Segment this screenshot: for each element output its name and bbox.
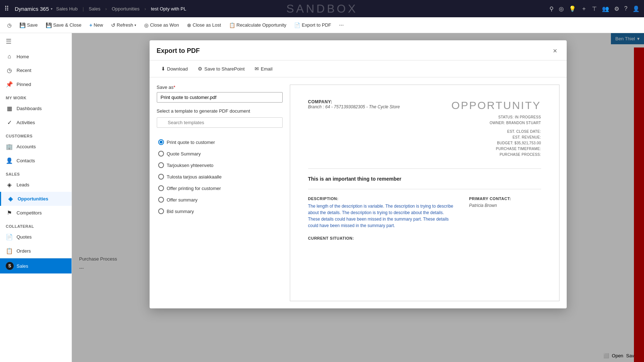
sidebar-item-recent[interactable]: ◷ Recent — [0, 63, 72, 77]
save-close-icon: 💾 — [46, 22, 52, 28]
template-item-3[interactable]: Tulosta tarjous asiakkaalle — [157, 171, 283, 182]
gear-icon[interactable]: ⚙ — [614, 5, 619, 12]
template-item-2[interactable]: Tarjouksen yhteenveto — [157, 159, 283, 171]
sidebar-item-opportunities[interactable]: ◈ Opportunities — [0, 192, 72, 206]
home-icon: ⌂ — [6, 53, 13, 60]
search-wrapper: 🔍 — [157, 117, 283, 132]
pdf-desc-text: The length of the description is variabl… — [308, 203, 455, 229]
radio-4[interactable] — [158, 185, 164, 191]
sidebar-bottom-sales[interactable]: S Sales — [0, 258, 72, 273]
waffle-icon[interactable]: ⠿ — [4, 5, 9, 13]
pdf-important-heading: This is an important thing to remember — [308, 176, 541, 182]
download-btn[interactable]: ⬇ Download — [157, 64, 192, 73]
brand[interactable]: Dynamics 365 ▾ — [15, 6, 52, 12]
template-item-6[interactable]: Bid summary — [157, 205, 283, 217]
recalculate-icon: 📋 — [229, 22, 235, 28]
competitors-label: Competitors — [17, 210, 42, 216]
search-templates-input[interactable] — [157, 117, 283, 128]
save-btn[interactable]: 💾 Save — [16, 21, 41, 30]
email-btn[interactable]: ✉ Email — [250, 64, 277, 73]
sharepoint-icon: ⚙ — [198, 66, 202, 72]
sales-avatar: S — [6, 262, 14, 270]
pdf-divider — [308, 168, 541, 169]
search-icon[interactable]: ⚲ — [549, 5, 554, 12]
section-collateral: Collateral — [0, 220, 72, 230]
radio-1[interactable] — [158, 151, 164, 157]
activities-icon: ✓ — [6, 119, 13, 126]
filter-icon[interactable]: ⊤ — [592, 5, 597, 12]
sidebar-item-pinned[interactable]: 📌 Pinned — [0, 77, 72, 91]
email-icon: ✉ — [255, 66, 259, 72]
sidebar-item-quotes[interactable]: 📄 Quotes — [0, 230, 72, 244]
radio-5[interactable] — [158, 197, 164, 203]
activities-label: Activities — [17, 120, 35, 125]
sidebar-item-contacts[interactable]: 👤 Contacts — [0, 154, 72, 168]
help-icon[interactable]: ? — [624, 5, 627, 12]
modal-body: Save as* Select a template to generate P… — [150, 77, 567, 308]
template-label-3: Tulosta tarjous asiakkaalle — [167, 174, 222, 180]
download-label: Download — [167, 66, 188, 72]
competitors-icon: ⚑ — [6, 209, 13, 216]
close-lost-btn[interactable]: ⊗ Close as Lost — [183, 21, 225, 30]
pinned-label: Pinned — [17, 82, 31, 87]
radio-6[interactable] — [158, 208, 164, 214]
close-lost-icon: ⊗ — [187, 22, 191, 28]
pdf-primary-contact: PRIMARY CONTACT: Patricia Brown — [469, 196, 541, 229]
sidebar-item-accounts[interactable]: 🏢 Accounts — [0, 140, 72, 154]
save-close-btn[interactable]: 💾 Save & Close — [42, 21, 85, 30]
user-icon[interactable]: 👤 — [632, 5, 640, 12]
template-item-5[interactable]: Offer summary — [157, 194, 283, 205]
pdf-opportunity-block: OPPORTUNITY STATUS: IN PROGRESS OWNER: B… — [451, 99, 541, 158]
nav-opps[interactable]: Opportunities — [112, 6, 140, 12]
radio-3[interactable] — [158, 174, 164, 180]
pdf-divider2 — [308, 189, 541, 189]
radio-0[interactable] — [158, 139, 164, 145]
pdf-opportunity-title: OPPORTUNITY — [451, 99, 541, 112]
target-icon[interactable]: ◎ — [559, 5, 564, 12]
people-icon[interactable]: 👥 — [602, 5, 609, 12]
more-btn[interactable]: ⋯ — [335, 21, 347, 29]
sidebar-item-orders[interactable]: 📋 Orders — [0, 244, 72, 258]
sidebar-item-activities[interactable]: ✓ Activities — [0, 116, 72, 130]
template-item-1[interactable]: Quote Summary — [157, 148, 283, 159]
sharepoint-btn[interactable]: ⚙ Save to SharePoint — [193, 64, 249, 73]
template-item-4[interactable]: Offer printing for customer — [157, 182, 283, 194]
pdf-current-situation: CURRENT SITUATION: — [308, 236, 541, 240]
sidebar-item-home[interactable]: ⌂ Home — [0, 50, 72, 63]
orders-label: Orders — [17, 248, 31, 254]
save-as-label: Save as* — [157, 85, 283, 90]
orders-icon: 📋 — [6, 248, 13, 254]
history-btn[interactable]: ◷ — [4, 21, 15, 30]
opps-icon: ◈ — [7, 195, 14, 202]
nav-sep1: | — [81, 6, 85, 12]
command-bar: ◷ 💾 Save 💾 Save & Close + New ↺ Refresh … — [0, 17, 644, 33]
refresh-btn[interactable]: ↺ Refresh ▾ — [108, 21, 140, 30]
nav-record[interactable]: test Opty with PL — [151, 6, 186, 12]
sidebar-item-leads[interactable]: ◈ Leads — [0, 178, 72, 192]
template-label-4: Offer printing for customer — [167, 186, 221, 191]
template-label-1: Quote Summary — [167, 151, 201, 157]
sidebar-item-competitors[interactable]: ⚑ Competitors — [0, 206, 72, 220]
close-won-btn[interactable]: ◎ Close as Won — [141, 21, 183, 30]
dashboards-label: Dashboards — [17, 106, 42, 111]
pdf-status-block: STATUS: IN PROGRESS OWNER: BRANDON STUAR… — [451, 114, 541, 158]
required-marker: * — [173, 85, 175, 90]
modal-close-btn[interactable]: × — [551, 46, 559, 56]
sidebar-item-dashboards[interactable]: ▦ Dashboards — [0, 101, 72, 116]
recent-label: Recent — [17, 68, 31, 73]
contacts-icon: 👤 — [6, 157, 13, 164]
nav-sales[interactable]: Sales — [89, 6, 101, 12]
sidebar-toggle[interactable]: ☰ — [0, 33, 72, 50]
template-item-0[interactable]: Print quote to customer — [157, 136, 283, 148]
recalculate-btn[interactable]: 📋 Recalculate Opportunity — [225, 21, 290, 30]
nav-sep2: › — [104, 6, 108, 12]
radio-2[interactable] — [158, 162, 164, 168]
new-btn[interactable]: + New — [86, 21, 106, 30]
pdf-est-revenue: EST. REVENUE: — [451, 135, 541, 140]
plus-icon[interactable]: ＋ — [581, 5, 587, 13]
export-pdf-btn[interactable]: 📄 Export to PDF — [291, 21, 335, 30]
leads-label: Leads — [17, 182, 29, 187]
save-as-input[interactable] — [157, 92, 283, 103]
modal-title: Export to PDF — [157, 47, 200, 55]
bulb-icon[interactable]: 💡 — [569, 5, 576, 12]
